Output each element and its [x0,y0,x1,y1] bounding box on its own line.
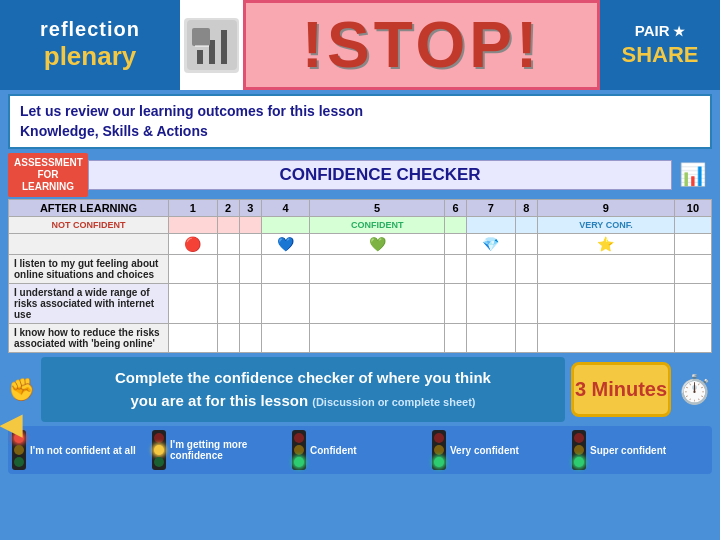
emoji-8 [515,234,537,255]
vc-10[interactable] [674,217,711,234]
traffic-label-5: Super confident [590,445,666,456]
cell-0-3[interactable] [239,255,261,284]
tl-green-5 [574,457,584,467]
cell-2-9[interactable] [537,324,674,353]
cell-1-3[interactable] [239,284,261,324]
tl-yellow-2 [154,445,164,455]
cell-2-8[interactable] [515,324,537,353]
c-4[interactable] [261,217,310,234]
svg-rect-1 [197,50,203,64]
traffic-item-1: I'm not confident at all [12,430,148,470]
complete-main: Complete the confidence checker of where… [55,367,551,412]
cell-2-7[interactable] [467,324,516,353]
cell-1-10[interactable] [674,284,711,324]
confidence-checker-title: CONFIDENCE CHECKER [88,160,672,190]
emoji-indicator-row: 🔴 💙 💚 💎 ⭐ [9,234,712,255]
cell-1-4[interactable] [261,284,310,324]
traffic-label-3: Confident [310,445,357,456]
pair-label: PAIR [635,22,670,39]
cell-0-7[interactable] [467,255,516,284]
bottom-section: ✊ Complete the confidence checker of whe… [8,357,712,422]
nc-2[interactable] [217,217,239,234]
cell-1-6[interactable] [445,284,467,324]
col-3: 3 [239,200,261,217]
clock-icon: ⏱️ [677,373,712,406]
svg-rect-4 [192,28,210,46]
vc-8[interactable] [515,217,537,234]
learning-line2: Knowledge, Skills & Actions [20,123,208,139]
minutes-box: 3 Minutes [571,362,671,417]
table-row: I understand a wide range of risks assoc… [9,284,712,324]
cell-0-4[interactable] [261,255,310,284]
col-2: 2 [217,200,239,217]
cell-1-2[interactable] [217,284,239,324]
col-6: 6 [445,200,467,217]
emoji-5: 💚 [310,234,445,255]
emoji-9: ⭐ [537,234,674,255]
col-9: 9 [537,200,674,217]
traffic-row: I'm not confident at all I'm getting mor… [8,426,712,474]
c-6[interactable] [445,217,467,234]
tl-green-3 [294,457,304,467]
star-icon: ★ [673,24,685,39]
learning-banner: Let us review our learning outcomes for … [8,94,712,149]
chart-icon: 📊 [672,162,712,188]
cell-2-2[interactable] [217,324,239,353]
learning-line1: Let us review our learning outcomes for … [20,103,363,119]
col-1: 1 [169,200,218,217]
cell-1-5[interactable] [310,284,445,324]
after-learning-header: AFTER LEARNING [9,200,169,217]
row-label-2: I know how to reduce the risks associate… [9,324,169,353]
cell-2-10[interactable] [674,324,711,353]
afl-line1: ASSESSMENT [14,157,83,168]
plenary-label: plenary [44,41,137,72]
traffic-label-2: I'm getting more confidence [170,439,288,461]
left-arrow-icon: ◀ [0,408,22,441]
traffic-item-3: Confident [292,430,428,470]
table-body: I listen to my gut feeling about online … [9,255,712,353]
fist-icon: ✊ [8,377,35,403]
traffic-light-4 [432,430,446,470]
nc-1[interactable] [169,217,218,234]
row-label-0: I listen to my gut feeling about online … [9,255,169,284]
cell-1-7[interactable] [467,284,516,324]
cell-0-6[interactable] [445,255,467,284]
col-4: 4 [261,200,310,217]
minutes-text: 3 Minutes [575,378,667,401]
cell-2-3[interactable] [239,324,261,353]
tl-yellow-1 [14,445,24,455]
table-header-row: AFTER LEARNING 1 2 3 4 5 6 7 8 9 10 [9,200,712,217]
vc-7[interactable] [467,217,516,234]
pair-share-box: PAIR ★ SHARE [600,0,720,90]
nc-3[interactable] [239,217,261,234]
share-label: SHARE [621,42,698,67]
complete-box: Complete the confidence checker of where… [41,357,565,422]
emoji-2 [217,234,239,255]
complete-text1: Complete the confidence checker of where… [115,369,491,386]
emoji-7: 💎 [467,234,516,255]
logo-image [184,18,239,73]
traffic-label-1: I'm not confident at all [30,445,136,456]
col-5: 5 [310,200,445,217]
cell-2-1[interactable] [169,324,218,353]
header-branding: reflection plenary [0,0,180,90]
pair-share-label: PAIR ★ SHARE [621,21,698,69]
traffic-light-2 [152,430,166,470]
cell-2-4[interactable] [261,324,310,353]
cell-0-9[interactable] [537,255,674,284]
cell-0-10[interactable] [674,255,711,284]
col-10: 10 [674,200,711,217]
cell-2-6[interactable] [445,324,467,353]
cell-0-8[interactable] [515,255,537,284]
cell-1-8[interactable] [515,284,537,324]
cell-1-9[interactable] [537,284,674,324]
confident-label: CONFIDENT [310,217,445,234]
col-7: 7 [467,200,516,217]
stop-banner: !STOP! [243,0,600,90]
cell-0-2[interactable] [217,255,239,284]
cell-2-5[interactable] [310,324,445,353]
cell-0-1[interactable] [169,255,218,284]
reflection-label: reflection [40,18,140,41]
cell-0-5[interactable] [310,255,445,284]
cell-1-1[interactable] [169,284,218,324]
